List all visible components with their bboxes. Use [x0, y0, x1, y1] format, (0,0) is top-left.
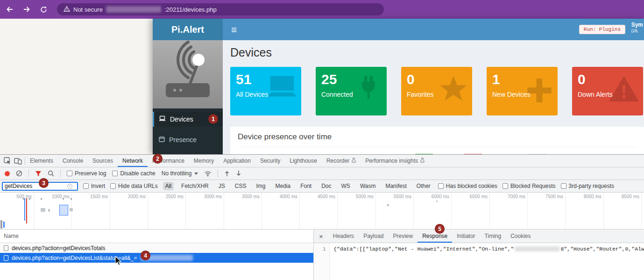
filter-icon[interactable]: [35, 171, 42, 177]
invert-checkbox[interactable]: Invert: [83, 183, 105, 189]
response-code-line: {"data":[["laptop","Net - Huawei","Inter…: [330, 243, 644, 280]
checkbox-label: Has blocked cookies: [446, 183, 497, 189]
annotation-badge-5: 5: [435, 224, 444, 233]
presence-panel: Device presence over time Online Offline…: [230, 127, 644, 154]
tab-preview[interactable]: Preview: [389, 230, 418, 243]
overview-bar: [0, 220, 2, 229]
mouse-cursor: [115, 256, 122, 266]
tab-sources[interactable]: Sources: [88, 155, 118, 167]
navbar-right-text: Sym (28,: [631, 22, 643, 34]
tab-payload[interactable]: Payload: [359, 230, 388, 243]
filter-type-font[interactable]: Font: [298, 182, 314, 190]
filter-type-ws[interactable]: WS: [339, 182, 353, 190]
filter-type-manifest[interactable]: Manifest: [383, 182, 409, 190]
hide-data-urls-checkbox[interactable]: Hide data URLs: [110, 183, 158, 189]
tab-recorder[interactable]: Recorder: [322, 155, 361, 167]
app-main: Devices 51 All Devices 25 Connected 0: [223, 40, 644, 154]
request-row-selected[interactable]: devices.php?action=getDevicesList&status…: [0, 253, 313, 263]
timeline-dot: [436, 201, 438, 202]
filter-type-media[interactable]: Media: [273, 182, 293, 190]
blocked-requests-checkbox[interactable]: Blocked Requests: [502, 183, 556, 189]
network-overview-timeline[interactable]: 500 ms 1000 ms 1500 ms 2000 ms 2500 ms 3…: [0, 193, 644, 230]
close-icon[interactable]: ×: [314, 232, 328, 240]
timeline-bar: [70, 208, 73, 211]
tab-memory[interactable]: Memory: [189, 155, 219, 167]
checkbox[interactable]: [112, 171, 118, 176]
sidebar-item-label: Presence: [169, 136, 197, 144]
tab-application[interactable]: Application: [219, 155, 255, 167]
device-toolbar-icon[interactable]: [14, 158, 22, 165]
tab-performance-insights[interactable]: Performance insights: [361, 155, 429, 167]
card-connected[interactable]: 25 Connected: [316, 67, 387, 115]
checkbox-label: 3rd-party requests: [569, 183, 614, 189]
refresh-icon[interactable]: [36, 2, 50, 16]
disable-cache-checkbox[interactable]: Disable cache: [112, 170, 155, 177]
request-row[interactable]: devices.php?action=getDevicesTotals: [0, 243, 313, 253]
checkbox[interactable]: [561, 183, 566, 189]
tab-lighthouse[interactable]: Lighthouse: [285, 155, 322, 167]
tab-label: Network: [122, 158, 143, 164]
clear-icon[interactable]: [16, 170, 22, 177]
checkbox[interactable]: [438, 183, 444, 189]
checkbox[interactable]: [83, 183, 89, 189]
filter-type-css[interactable]: CSS: [233, 182, 249, 190]
card-down-alerts[interactable]: 0 Down Alerts: [572, 67, 643, 115]
has-blocked-cookies-checkbox[interactable]: Has blocked cookies: [438, 183, 497, 189]
export-har-icon[interactable]: [236, 170, 241, 177]
import-har-icon[interactable]: [224, 170, 230, 177]
tab-timing[interactable]: Timing: [480, 230, 506, 243]
record-icon[interactable]: [5, 171, 10, 176]
preserve-log-checkbox[interactable]: Preserve log: [67, 170, 106, 177]
filter-type-other[interactable]: Other: [414, 182, 433, 190]
hamburger-icon[interactable]: ≡: [231, 25, 237, 35]
checkbox-label: Blocked Requests: [510, 183, 556, 189]
third-party-requests-checkbox[interactable]: 3rd-party requests: [561, 183, 614, 189]
calendar-icon: [159, 136, 165, 144]
checkbox[interactable]: [110, 183, 116, 189]
tab-headers[interactable]: Headers: [328, 230, 359, 243]
checkbox[interactable]: [67, 171, 72, 176]
address-bar[interactable]: Not secure :20211/devices.php: [57, 3, 384, 15]
tab-elements[interactable]: Elements: [25, 155, 58, 167]
card-all-devices[interactable]: 51 All Devices: [230, 67, 301, 115]
network-conditions-icon[interactable]: [204, 171, 212, 177]
tab-response[interactable]: Response: [418, 230, 452, 243]
filter-type-wasm[interactable]: Wasm: [358, 182, 378, 190]
sidebar-item-presence[interactable]: Presence: [153, 132, 223, 147]
run-plugins-button[interactable]: Run: Plugins: [579, 25, 625, 34]
back-icon[interactable]: [3, 2, 17, 16]
card-favorites[interactable]: 0 Favorites: [401, 67, 472, 115]
search-icon[interactable]: [48, 170, 54, 177]
tab-label: Application: [223, 158, 251, 164]
filter-type-img[interactable]: Img: [254, 182, 268, 190]
router-image: [153, 40, 223, 108]
checkbox[interactable]: [502, 183, 508, 189]
forward-icon[interactable]: [20, 2, 34, 16]
navbar-right-line2: (28,: [631, 29, 643, 34]
tab-initiator[interactable]: Initiator: [452, 230, 480, 243]
tab-console[interactable]: Console: [58, 155, 88, 167]
pialert-app: Pi.Alert: [153, 19, 644, 154]
filter-type-doc[interactable]: Doc: [319, 182, 333, 190]
card-new-devices[interactable]: 1 New Devices: [487, 67, 558, 115]
filter-type-fetch-xhr[interactable]: Fetch/XHR: [179, 182, 211, 190]
tab-label: Recorder: [326, 158, 349, 164]
sidebar-item-label: Devices: [170, 115, 193, 123]
annotation-badge-4: 4: [141, 251, 150, 260]
filter-input[interactable]: [3, 183, 67, 189]
tab-network[interactable]: Network: [118, 155, 148, 167]
clear-filter-icon[interactable]: ×: [67, 184, 72, 189]
inspect-element-icon[interactable]: [4, 157, 11, 165]
tab-security[interactable]: Security: [255, 155, 285, 167]
tab-cookies[interactable]: Cookies: [506, 230, 535, 243]
filter-type-js[interactable]: JS: [216, 182, 227, 190]
requests-name-header[interactable]: Name: [0, 230, 313, 243]
filter-type-all[interactable]: All: [163, 182, 174, 190]
throttling-select[interactable]: No throttling: [162, 170, 198, 177]
tab-label: Sources: [92, 158, 113, 164]
response-body[interactable]: 1 {"data":[["laptop","Net - Huawei","Int…: [314, 243, 644, 280]
tab-label: Performance insights: [365, 158, 418, 164]
selected-request-highlight: [59, 205, 68, 215]
network-filter-row: × Invert Hide data URLs All Fetch/XHR JS…: [0, 180, 644, 193]
warning-icon: [64, 6, 70, 13]
